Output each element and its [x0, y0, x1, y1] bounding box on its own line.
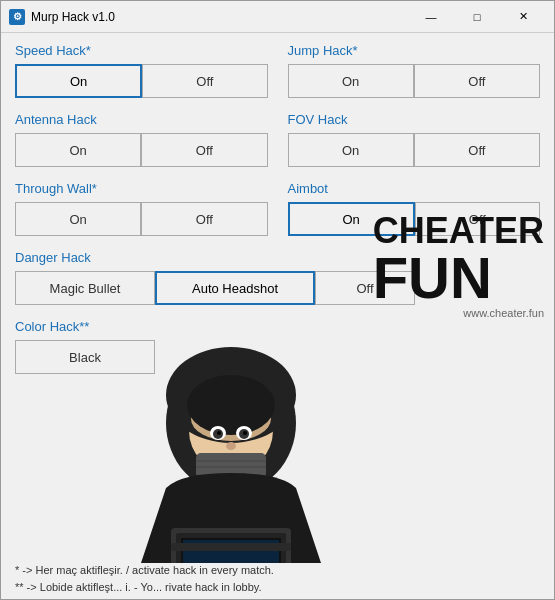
antenna-hack-label: Antenna Hack: [15, 112, 268, 127]
fov-hack-off-button[interactable]: Off: [414, 133, 540, 167]
speed-hack-buttons: On Off: [15, 64, 268, 98]
svg-point-10: [243, 431, 247, 435]
speed-hack-off-button[interactable]: Off: [142, 64, 267, 98]
app-icon: ⚙: [9, 9, 25, 25]
throughwall-hack-off-button[interactable]: Off: [141, 202, 267, 236]
antenna-hack-buttons: On Off: [15, 133, 268, 167]
row-2: Antenna Hack On Off FOV Hack On Off: [15, 112, 540, 167]
fun-label: FUN: [373, 249, 544, 307]
color-hack-label: Color Hack**: [15, 319, 195, 334]
antenna-hack-on-button[interactable]: On: [15, 133, 141, 167]
throughwall-hack-label: Through Wall*: [15, 181, 268, 196]
fov-hack-on-button[interactable]: On: [288, 133, 414, 167]
branding-area: CHEATER FUN www.cheater.fun: [373, 213, 544, 319]
window-controls: — □ ✕: [408, 1, 546, 33]
jump-hack-label: Jump Hack*: [288, 43, 541, 58]
svg-point-11: [226, 442, 236, 450]
svg-point-9: [217, 431, 221, 435]
content-area: Speed Hack* On Off Jump Hack* On Off Ant…: [1, 33, 554, 599]
close-button[interactable]: ✕: [500, 1, 546, 33]
throughwall-hack-on-button[interactable]: On: [15, 202, 141, 236]
throughwall-hack-buttons: On Off: [15, 202, 268, 236]
icon-letter: ⚙: [13, 11, 22, 22]
fov-hack-buttons: On Off: [288, 133, 541, 167]
maximize-button[interactable]: □: [454, 1, 500, 33]
cheater-label: CHEATER: [373, 213, 544, 249]
hacker-svg: [121, 343, 341, 563]
speed-hack-on-button[interactable]: On: [15, 64, 142, 98]
footer-line1: * -> Her maç aktifleşir. / activate hack…: [15, 562, 540, 579]
fov-hack-label: FOV Hack: [288, 112, 541, 127]
jump-hack-off-button[interactable]: Off: [414, 64, 540, 98]
jump-hack-buttons: On Off: [288, 64, 541, 98]
speed-hack-group: Speed Hack* On Off: [15, 43, 268, 98]
throughwall-hack-group: Through Wall* On Off: [15, 181, 268, 236]
row-1: Speed Hack* On Off Jump Hack* On Off: [15, 43, 540, 98]
footer-notes: * -> Her maç aktifleşir. / activate hack…: [15, 562, 540, 595]
hacker-figure: [121, 343, 341, 563]
footer-line2: ** -> Lobide aktifleşt... i. - Yo... riv…: [15, 579, 540, 596]
jump-hack-on-button[interactable]: On: [288, 64, 414, 98]
speed-hack-label: Speed Hack*: [15, 43, 268, 58]
main-window: ⚙ Murp Hack v1.0 — □ ✕ Speed Hack* On Of…: [0, 0, 555, 600]
antenna-hack-off-button[interactable]: Off: [141, 133, 267, 167]
antenna-hack-group: Antenna Hack On Off: [15, 112, 268, 167]
jump-hack-group: Jump Hack* On Off: [288, 43, 541, 98]
magic-bullet-button[interactable]: Magic Bullet: [15, 271, 155, 305]
aimbot-hack-label: Aimbot: [288, 181, 541, 196]
minimize-button[interactable]: —: [408, 1, 454, 33]
svg-rect-19: [171, 543, 291, 551]
svg-point-4: [187, 375, 275, 435]
auto-headshot-button[interactable]: Auto Headshot: [155, 271, 315, 305]
fov-hack-group: FOV Hack On Off: [288, 112, 541, 167]
window-title: Murp Hack v1.0: [31, 10, 408, 24]
title-bar: ⚙ Murp Hack v1.0 — □ ✕: [1, 1, 554, 33]
